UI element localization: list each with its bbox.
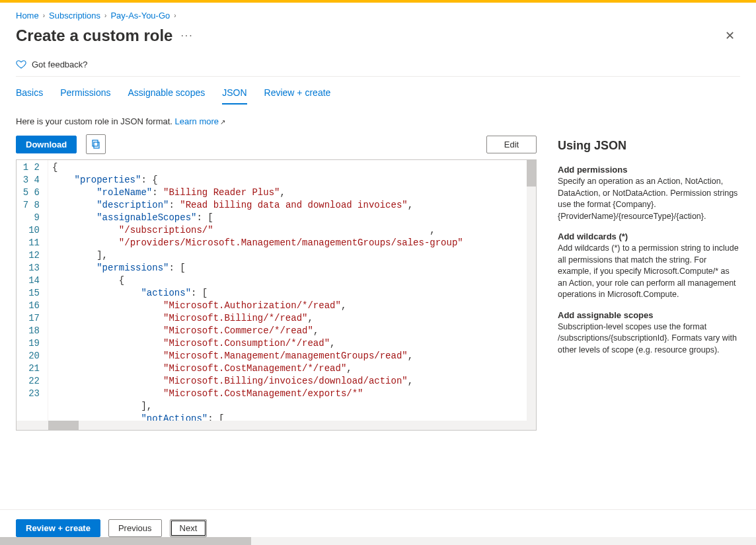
page-hscrollbar[interactable]: [0, 537, 756, 545]
external-link-icon: ↗: [220, 118, 225, 126]
editor-vscrollbar[interactable]: [527, 160, 536, 421]
download-button[interactable]: Download: [16, 136, 77, 153]
help-sec-0-title: Add permissions: [558, 165, 740, 175]
page-hscroll-thumb[interactable]: [0, 537, 251, 545]
breadcrumb-payg[interactable]: Pay-As-You-Go: [110, 11, 170, 21]
tab-basics[interactable]: Basics: [16, 87, 43, 105]
editor-hscrollbar[interactable]: [17, 421, 536, 430]
json-editor[interactable]: 1 2 3 4 5 6 7 8 9 10 11 12 13 14 15 16 1…: [16, 159, 537, 431]
tab-review-create[interactable]: Review + create: [264, 87, 331, 105]
wizard-footer: Review + create Previous Next: [0, 509, 756, 537]
breadcrumb-subscriptions[interactable]: Subscriptions: [49, 11, 100, 21]
editor-hscroll-thumb[interactable]: [48, 421, 79, 430]
help-sec-0-body: Specify an operation as an Action, NotAc…: [558, 176, 740, 222]
feedback-bar[interactable]: Got feedback?: [16, 54, 740, 77]
help-panel: Using JSON Add permissions Specify an op…: [558, 116, 740, 431]
chevron-right-icon: ›: [43, 12, 45, 19]
feedback-label: Got feedback?: [32, 60, 88, 69]
more-menu-icon[interactable]: ···: [180, 30, 193, 42]
help-heading: Using JSON: [558, 139, 740, 153]
editor-code-area[interactable]: { "properties": { "roleName": "Billing R…: [48, 160, 536, 430]
page-title: Create a custom role: [16, 26, 172, 45]
tab-json[interactable]: JSON: [222, 87, 246, 105]
copy-button[interactable]: [86, 134, 106, 154]
help-sec-2-body: Subscription-level scopes use the format…: [558, 321, 740, 356]
tab-permissions[interactable]: Permissions: [60, 87, 110, 105]
heart-icon: [16, 59, 26, 69]
chevron-right-icon: ›: [174, 12, 176, 19]
breadcrumb: Home › Subscriptions › Pay-As-You-Go ›: [16, 3, 740, 26]
learn-more-link[interactable]: Learn more: [175, 116, 219, 126]
help-sec-1-body: Add wildcards (*) to a permission string…: [558, 243, 740, 301]
help-sec-2-title: Add assignable scopes: [558, 310, 740, 320]
previous-button[interactable]: Previous: [108, 519, 162, 537]
tab-list: Basics Permissions Assignable scopes JSO…: [16, 77, 740, 105]
edit-button[interactable]: Edit: [486, 136, 537, 153]
next-button[interactable]: Next: [170, 519, 208, 537]
svg-rect-0: [94, 142, 99, 148]
tab-assignable-scopes[interactable]: Assignable scopes: [128, 87, 205, 105]
svg-rect-1: [93, 140, 98, 146]
copy-icon: [91, 139, 101, 149]
review-create-button[interactable]: Review + create: [16, 519, 100, 537]
chevron-right-icon: ›: [104, 12, 106, 19]
breadcrumb-home[interactable]: Home: [16, 11, 39, 21]
editor-line-gutter: 1 2 3 4 5 6 7 8 9 10 11 12 13 14 15 16 1…: [17, 160, 48, 430]
intro-text: Here is your custom role in JSON format.…: [16, 116, 537, 126]
help-sec-1-title: Add wildcards (*): [558, 231, 740, 241]
close-icon[interactable]: ✕: [720, 26, 740, 46]
editor-vscroll-thumb[interactable]: [527, 160, 536, 187]
